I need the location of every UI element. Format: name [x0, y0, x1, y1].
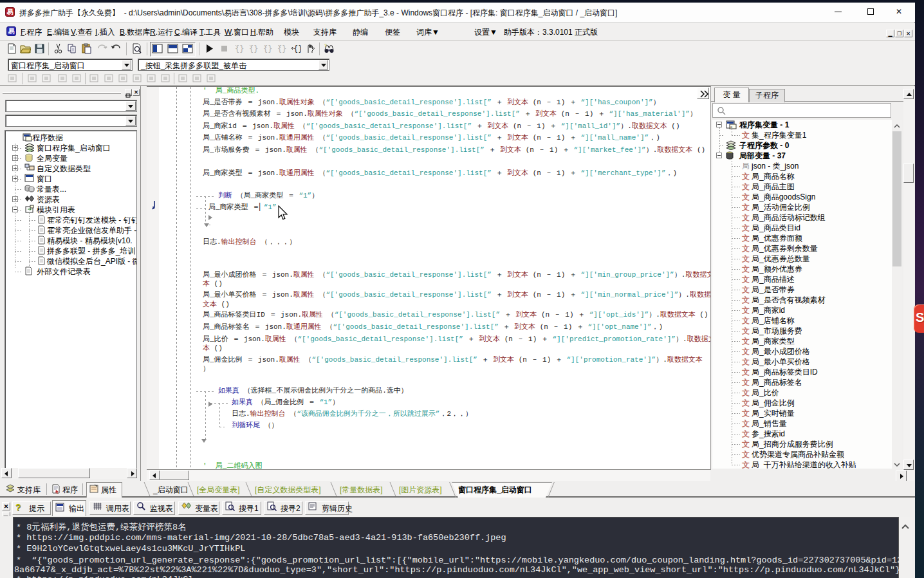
svg-text:{}: {} — [293, 44, 301, 53]
svg-text:?: ? — [324, 43, 327, 48]
